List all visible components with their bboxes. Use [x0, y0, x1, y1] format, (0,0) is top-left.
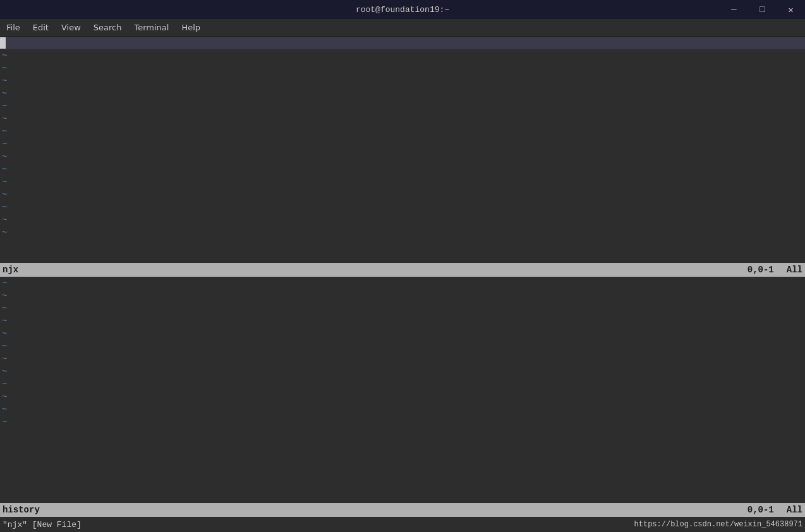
vim-tilde-6: ~: [0, 112, 805, 125]
title-bar: root@foundation19:~ ─ □ ✕: [0, 0, 805, 19]
window-title: root@foundation19:~: [356, 5, 449, 15]
top-pane[interactable]: ~ ~ ~ ~ ~ ~ ~ ~ ~ ~ ~ ~ ~ ~ ~: [0, 37, 805, 263]
bottom-tilde-4: ~: [0, 315, 805, 327]
window-controls: ─ □ ✕: [720, 0, 805, 19]
vim-tilde-13: ~: [0, 201, 805, 214]
cmd-url: https://blog.csdn.net/weixin_54638971: [634, 520, 802, 529]
bottom-tilde-6: ~: [0, 340, 805, 353]
panes-container: ~ ~ ~ ~ ~ ~ ~ ~ ~ ~ ~ ~ ~ ~ ~ njx 0,0-1: [0, 37, 805, 532]
bottom-tilde-5: ~: [0, 327, 805, 340]
maximize-button[interactable]: □: [748, 0, 777, 19]
vim-tilde-2: ~: [0, 62, 805, 75]
cmd-text: "njx" [New File]: [3, 520, 82, 529]
menu-help[interactable]: Help: [175, 20, 207, 35]
top-vim-content[interactable]: ~ ~ ~ ~ ~ ~ ~ ~ ~ ~ ~ ~ ~ ~ ~: [0, 37, 805, 263]
bottom-status-bar: history 0,0-1 All: [0, 503, 805, 517]
top-status-scroll: All: [787, 265, 802, 275]
bottom-tilde-3: ~: [0, 302, 805, 315]
bottom-status-position: 0,0-1: [748, 505, 774, 515]
bottom-tilde-1: ~: [0, 277, 805, 289]
cmd-bar: "njx" [New File] https://blog.csdn.net/w…: [0, 517, 805, 532]
minimize-button[interactable]: ─: [720, 0, 748, 19]
menu-edit[interactable]: Edit: [27, 20, 55, 35]
top-status-filename: njx: [3, 265, 18, 275]
bottom-status-filename: history: [3, 505, 40, 515]
menu-bar: File Edit View Search Terminal Help: [0, 19, 805, 37]
bottom-tilde-2: ~: [0, 289, 805, 302]
bottom-tilde-12: ~: [0, 416, 805, 428]
vim-tilde-4: ~: [0, 87, 805, 100]
bottom-tilde-10: ~: [0, 390, 805, 403]
menu-view[interactable]: View: [55, 20, 87, 35]
top-status-bar: njx 0,0-1 All: [0, 263, 805, 277]
vim-tilde-14: ~: [0, 214, 805, 226]
vim-line-1: [0, 37, 805, 49]
close-button[interactable]: ✕: [777, 0, 805, 19]
app-container: root@foundation19:~ ─ □ ✕ File Edit View…: [0, 0, 805, 532]
top-status-right: 0,0-1 All: [748, 265, 802, 275]
bottom-tilde-8: ~: [0, 365, 805, 378]
menu-terminal[interactable]: Terminal: [128, 20, 175, 35]
vim-tilde-7: ~: [0, 125, 805, 138]
top-status-position: 0,0-1: [748, 265, 774, 275]
bottom-status-scroll: All: [787, 505, 802, 515]
bottom-tilde-11: ~: [0, 403, 805, 416]
vim-tilde-15: ~: [0, 226, 805, 239]
vim-tilde-3: ~: [0, 75, 805, 87]
bottom-tilde-7: ~: [0, 353, 805, 365]
cursor: [0, 37, 6, 49]
vim-tilde-8: ~: [0, 138, 805, 150]
bottom-pane[interactable]: ~ ~ ~ ~ ~ ~ ~ ~ ~ ~ ~ ~: [0, 277, 805, 503]
vim-tilde-5: ~: [0, 100, 805, 112]
menu-search[interactable]: Search: [87, 20, 128, 35]
bottom-vim-content[interactable]: ~ ~ ~ ~ ~ ~ ~ ~ ~ ~ ~ ~: [0, 277, 805, 503]
bottom-tilde-9: ~: [0, 378, 805, 390]
menu-file[interactable]: File: [0, 20, 27, 35]
vim-tilde-10: ~: [0, 163, 805, 176]
bottom-status-right: 0,0-1 All: [748, 505, 802, 515]
vim-tilde-9: ~: [0, 150, 805, 163]
vim-tilde-1: ~: [0, 49, 805, 62]
vim-tilde-12: ~: [0, 188, 805, 201]
vim-tilde-11: ~: [0, 176, 805, 188]
